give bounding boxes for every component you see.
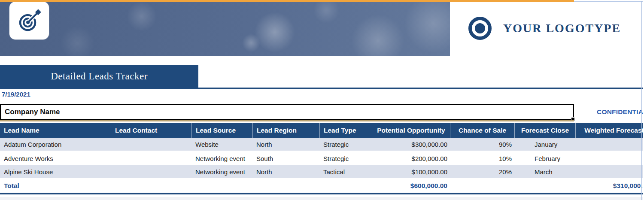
header-lead-contact[interactable]: Lead Contact (111, 123, 191, 138)
cell-lead-region[interactable]: North (252, 141, 319, 148)
cell-potential-opportunity[interactable]: $100,000.00 (372, 168, 450, 176)
cell-chance-of-sale[interactable]: 10% (450, 155, 514, 162)
header-lead-name[interactable]: Lead Name (0, 123, 111, 138)
cell-chance-of-sale[interactable]: 20% (450, 168, 514, 176)
top-accent-bar (0, 0, 574, 2)
header-chance-of-sale[interactable]: Chance of Sale (450, 123, 514, 138)
date-cell[interactable]: 7/19/2021 (2, 91, 30, 98)
total-label: Total (0, 182, 111, 190)
worksheet-right-border (641, 1, 642, 200)
logo-card (9, 2, 49, 39)
brand-lockup: YOUR LOGOTYPE (468, 15, 640, 41)
table-row[interactable]: Adatum Corporation Website North Strateg… (0, 138, 643, 152)
leads-table: Lead Name Lead Contact Lead Source Lead … (0, 123, 643, 194)
cell-potential-opportunity[interactable]: $300,000.00 (372, 141, 450, 148)
cell-lead-name[interactable]: Alpine Ski House (0, 168, 111, 176)
worksheet-clip: YOUR LOGOTYPE Detailed Leads Tracker 7/1… (0, 0, 643, 200)
cell-lead-name[interactable]: Adventure Works (0, 155, 111, 162)
cell-lead-type[interactable]: Tactical (319, 168, 372, 176)
header-weighted-forecast[interactable]: Weighted Forecast (575, 123, 643, 138)
cell-forecast-close[interactable]: March (514, 168, 575, 176)
header-lead-region[interactable]: Lead Region (252, 123, 319, 138)
total-potential-opportunity: $600,000.00 (372, 182, 450, 190)
cell-lead-source[interactable]: Networking event (191, 168, 252, 176)
header-potential-opportunity[interactable]: Potential Opportunity (372, 123, 450, 138)
header-forecast-close[interactable]: Forecast Close (514, 123, 575, 138)
table-row[interactable]: Alpine Ski House Networking event North … (0, 165, 643, 179)
confidential-cell[interactable]: CONFIDENTIAL (597, 108, 643, 116)
cell-lead-region[interactable]: North (252, 168, 319, 176)
cell-lead-source[interactable]: Networking event (191, 155, 252, 162)
table-header-row: Lead Name Lead Contact Lead Source Lead … (0, 123, 643, 138)
cell-chance-of-sale[interactable]: 90% (450, 141, 514, 148)
company-cell-underline (0, 120, 574, 121)
sheet-tab-detailed-leads-tracker[interactable]: Detailed Leads Tracker (0, 65, 198, 88)
cell-lead-region[interactable]: South (252, 155, 319, 162)
table-total-row[interactable]: Total $600,000.00 $310,000.00 (0, 179, 643, 194)
logotype-text: YOUR LOGOTYPE (503, 21, 621, 35)
bottom-margin-strip (0, 197, 643, 200)
table-row[interactable]: Adventure Works Networking event South S… (0, 152, 643, 165)
cell-lead-type[interactable]: Strategic (319, 155, 372, 162)
header-lead-source[interactable]: Lead Source (191, 123, 252, 138)
cell-lead-source[interactable]: Website (191, 141, 252, 148)
cell-lead-type[interactable]: Strategic (319, 141, 372, 148)
cell-lead-name[interactable]: Adatum Corporation (0, 141, 111, 148)
sheet-tab-label: Detailed Leads Tracker (51, 71, 148, 82)
leads-tracker-screen: YOUR LOGOTYPE Detailed Leads Tracker 7/1… (0, 0, 644, 200)
tab-divider-line-light (0, 89, 643, 89)
ring-logo-icon (468, 16, 492, 40)
target-dart-icon (17, 8, 42, 33)
cell-forecast-close[interactable]: February (514, 155, 575, 162)
banner-image (0, 0, 450, 56)
total-weighted-forecast: $310,000.00 (575, 182, 643, 190)
company-name-text: Company Name (1, 108, 60, 116)
cell-potential-opportunity[interactable]: $200,000.00 (372, 155, 450, 162)
header-lead-type[interactable]: Lead Type (319, 123, 372, 138)
cell-forecast-close[interactable]: January (514, 141, 575, 148)
top-accent-bar-light (574, 1, 643, 2)
company-name-cell[interactable]: Company Name (0, 104, 574, 120)
